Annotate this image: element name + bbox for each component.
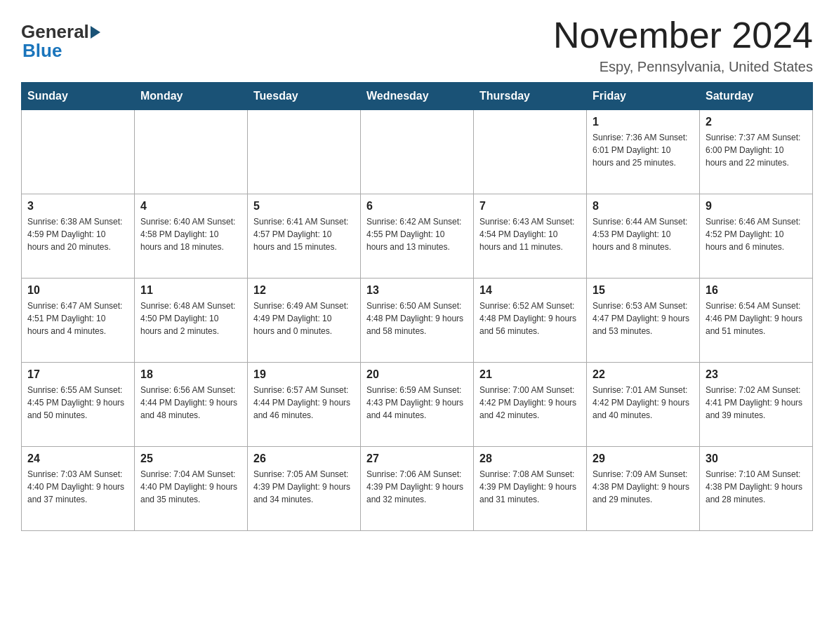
day-number: 20: [366, 368, 468, 381]
logo-blue-text: Blue: [22, 40, 62, 62]
day-number: 11: [140, 284, 241, 297]
calendar-cell: 17Sunrise: 6:55 AM Sunset: 4:45 PM Dayli…: [22, 363, 135, 447]
calendar-cell: 4Sunrise: 6:40 AM Sunset: 4:58 PM Daylig…: [135, 194, 248, 279]
day-info: Sunrise: 7:36 AM Sunset: 6:01 PM Dayligh…: [593, 131, 694, 169]
day-number: 27: [366, 452, 468, 465]
day-number: 18: [140, 368, 241, 381]
calendar-header: SundayMondayTuesdayWednesdayThursdayFrid…: [22, 83, 813, 110]
weekday-header-wednesday: Wednesday: [361, 83, 474, 110]
calendar-cell: 30Sunrise: 7:10 AM Sunset: 4:38 PM Dayli…: [700, 447, 813, 531]
calendar-cell: 14Sunrise: 6:52 AM Sunset: 4:48 PM Dayli…: [474, 279, 587, 363]
day-info: Sunrise: 6:44 AM Sunset: 4:53 PM Dayligh…: [593, 215, 694, 253]
day-number: 24: [27, 452, 128, 465]
day-number: 19: [253, 368, 355, 381]
calendar-cell: 8Sunrise: 6:44 AM Sunset: 4:53 PM Daylig…: [587, 194, 700, 279]
day-info: Sunrise: 6:48 AM Sunset: 4:50 PM Dayligh…: [140, 300, 241, 337]
calendar-week-row: 24Sunrise: 7:03 AM Sunset: 4:40 PM Dayli…: [22, 447, 813, 531]
day-info: Sunrise: 6:59 AM Sunset: 4:43 PM Dayligh…: [366, 384, 468, 422]
day-info: Sunrise: 6:57 AM Sunset: 4:44 PM Dayligh…: [253, 384, 355, 422]
title-section: November 2024 Espy, Pennsylvania, United…: [553, 14, 813, 75]
day-info: Sunrise: 6:54 AM Sunset: 4:46 PM Dayligh…: [706, 300, 807, 337]
calendar-cell: 27Sunrise: 7:06 AM Sunset: 4:39 PM Dayli…: [361, 447, 474, 531]
day-info: Sunrise: 7:01 AM Sunset: 4:42 PM Dayligh…: [593, 384, 694, 422]
day-number: 12: [253, 284, 355, 297]
calendar-cell: [248, 110, 361, 194]
weekday-header-monday: Monday: [135, 83, 248, 110]
calendar-week-row: 1Sunrise: 7:36 AM Sunset: 6:01 PM Daylig…: [22, 110, 813, 194]
day-number: 16: [706, 284, 807, 297]
weekday-header-sunday: Sunday: [22, 83, 135, 110]
calendar-cell: 15Sunrise: 6:53 AM Sunset: 4:47 PM Dayli…: [587, 279, 700, 363]
day-info: Sunrise: 7:09 AM Sunset: 4:38 PM Dayligh…: [593, 468, 694, 506]
weekday-header-thursday: Thursday: [474, 83, 587, 110]
day-number: 25: [140, 452, 241, 465]
page-header: General Blue November 2024 Espy, Pennsyl…: [21, 14, 813, 75]
calendar-cell: [474, 110, 587, 194]
calendar-week-row: 10Sunrise: 6:47 AM Sunset: 4:51 PM Dayli…: [22, 279, 813, 363]
day-info: Sunrise: 6:56 AM Sunset: 4:44 PM Dayligh…: [140, 384, 241, 422]
weekday-header-row: SundayMondayTuesdayWednesdayThursdayFrid…: [22, 83, 813, 110]
weekday-header-friday: Friday: [587, 83, 700, 110]
day-info: Sunrise: 7:05 AM Sunset: 4:39 PM Dayligh…: [253, 468, 355, 506]
day-info: Sunrise: 7:10 AM Sunset: 4:38 PM Dayligh…: [706, 468, 807, 506]
day-info: Sunrise: 6:49 AM Sunset: 4:49 PM Dayligh…: [253, 300, 355, 337]
calendar-week-row: 3Sunrise: 6:38 AM Sunset: 4:59 PM Daylig…: [22, 194, 813, 279]
calendar-subtitle: Espy, Pennsylvania, United States: [553, 59, 813, 75]
calendar-cell: 21Sunrise: 7:00 AM Sunset: 4:42 PM Dayli…: [474, 363, 587, 447]
day-info: Sunrise: 7:04 AM Sunset: 4:40 PM Dayligh…: [140, 468, 241, 506]
day-info: Sunrise: 6:46 AM Sunset: 4:52 PM Dayligh…: [706, 215, 807, 253]
day-info: Sunrise: 7:37 AM Sunset: 6:00 PM Dayligh…: [706, 131, 807, 169]
day-number: 3: [27, 200, 128, 213]
calendar-table: SundayMondayTuesdayWednesdayThursdayFrid…: [21, 82, 813, 531]
calendar-week-row: 17Sunrise: 6:55 AM Sunset: 4:45 PM Dayli…: [22, 363, 813, 447]
calendar-cell: 29Sunrise: 7:09 AM Sunset: 4:38 PM Dayli…: [587, 447, 700, 531]
day-info: Sunrise: 7:06 AM Sunset: 4:39 PM Dayligh…: [366, 468, 468, 506]
calendar-cell: 1Sunrise: 7:36 AM Sunset: 6:01 PM Daylig…: [587, 110, 700, 194]
day-info: Sunrise: 6:53 AM Sunset: 4:47 PM Dayligh…: [593, 300, 694, 337]
day-info: Sunrise: 6:43 AM Sunset: 4:54 PM Dayligh…: [479, 215, 581, 253]
day-number: 26: [253, 452, 355, 465]
calendar-cell: [361, 110, 474, 194]
calendar-cell: 6Sunrise: 6:42 AM Sunset: 4:55 PM Daylig…: [361, 194, 474, 279]
calendar-cell: 28Sunrise: 7:08 AM Sunset: 4:39 PM Dayli…: [474, 447, 587, 531]
day-info: Sunrise: 6:55 AM Sunset: 4:45 PM Dayligh…: [27, 384, 128, 422]
day-number: 22: [593, 368, 694, 381]
day-number: 14: [479, 284, 581, 297]
calendar-body: 1Sunrise: 7:36 AM Sunset: 6:01 PM Daylig…: [22, 110, 813, 531]
day-number: 9: [706, 200, 807, 213]
calendar-cell: 7Sunrise: 6:43 AM Sunset: 4:54 PM Daylig…: [474, 194, 587, 279]
calendar-cell: [135, 110, 248, 194]
day-number: 6: [366, 200, 468, 213]
day-number: 2: [706, 116, 807, 128]
day-info: Sunrise: 7:03 AM Sunset: 4:40 PM Dayligh…: [27, 468, 128, 506]
calendar-cell: 12Sunrise: 6:49 AM Sunset: 4:49 PM Dayli…: [248, 279, 361, 363]
day-info: Sunrise: 6:41 AM Sunset: 4:57 PM Dayligh…: [253, 215, 355, 253]
calendar-cell: 23Sunrise: 7:02 AM Sunset: 4:41 PM Dayli…: [700, 363, 813, 447]
calendar-cell: 10Sunrise: 6:47 AM Sunset: 4:51 PM Dayli…: [22, 279, 135, 363]
calendar-cell: 3Sunrise: 6:38 AM Sunset: 4:59 PM Daylig…: [22, 194, 135, 279]
day-info: Sunrise: 7:08 AM Sunset: 4:39 PM Dayligh…: [479, 468, 581, 506]
day-number: 10: [27, 284, 128, 297]
day-number: 23: [706, 368, 807, 381]
day-number: 29: [593, 452, 694, 465]
logo-arrow-icon: [91, 26, 100, 39]
day-number: 28: [479, 452, 581, 465]
day-info: Sunrise: 6:38 AM Sunset: 4:59 PM Dayligh…: [27, 215, 128, 253]
calendar-cell: 26Sunrise: 7:05 AM Sunset: 4:39 PM Dayli…: [248, 447, 361, 531]
calendar-cell: 2Sunrise: 7:37 AM Sunset: 6:00 PM Daylig…: [700, 110, 813, 194]
calendar-cell: 16Sunrise: 6:54 AM Sunset: 4:46 PM Dayli…: [700, 279, 813, 363]
day-number: 4: [140, 200, 241, 213]
day-number: 5: [253, 200, 355, 213]
calendar-cell: 20Sunrise: 6:59 AM Sunset: 4:43 PM Dayli…: [361, 363, 474, 447]
day-info: Sunrise: 7:02 AM Sunset: 4:41 PM Dayligh…: [706, 384, 807, 422]
calendar-cell: [22, 110, 135, 194]
logo: General Blue: [21, 21, 100, 62]
calendar-cell: 24Sunrise: 7:03 AM Sunset: 4:40 PM Dayli…: [22, 447, 135, 531]
day-info: Sunrise: 6:47 AM Sunset: 4:51 PM Dayligh…: [27, 300, 128, 337]
calendar-cell: 22Sunrise: 7:01 AM Sunset: 4:42 PM Dayli…: [587, 363, 700, 447]
day-info: Sunrise: 7:00 AM Sunset: 4:42 PM Dayligh…: [479, 384, 581, 422]
calendar-cell: 18Sunrise: 6:56 AM Sunset: 4:44 PM Dayli…: [135, 363, 248, 447]
day-number: 17: [27, 368, 128, 381]
day-number: 15: [593, 284, 694, 297]
day-number: 21: [479, 368, 581, 381]
